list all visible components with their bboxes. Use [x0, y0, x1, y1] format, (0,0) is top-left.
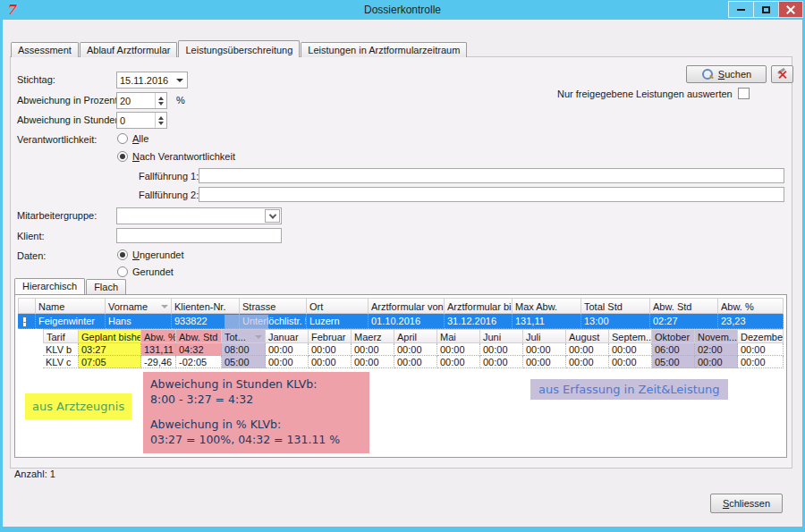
column-header-abw-prozent[interactable]: Abw. %	[718, 298, 784, 314]
column-header-juni[interactable]: Juni	[480, 329, 523, 343]
tree-indent	[18, 356, 43, 368]
radio-nach-verantwortlichkeit[interactable]: Nach Verantwortlichkeit	[117, 151, 235, 162]
cell-januar: 00:00	[266, 356, 309, 368]
column-header-arztformular-von[interactable]: Arztformular von	[369, 298, 445, 314]
cell-mai: 00:00	[437, 356, 480, 368]
cell-abw-prozent: 131,11	[141, 343, 176, 356]
collapse-icon[interactable]: -	[22, 317, 27, 327]
main-tabstrip: Assessment Ablauf Arztformular Leistungs…	[11, 42, 468, 57]
column-header-juli[interactable]: Juli	[523, 329, 566, 343]
maximize-button[interactable]	[753, 1, 778, 18]
cell-januar: 00:00	[266, 343, 309, 356]
cell-total: 05:00	[222, 356, 266, 368]
minimize-button[interactable]	[728, 1, 753, 18]
column-header-name[interactable]: Name	[36, 298, 106, 314]
radio-ungerundet[interactable]: Ungerundet	[117, 249, 184, 260]
title-bar: 7 Dossierkontrolle	[0, 0, 805, 20]
column-header-abw-prozent-inner[interactable]: Abw. %	[141, 329, 176, 343]
mitarbeitergruppe-combo[interactable]	[116, 207, 282, 224]
fallfuehrung2-input[interactable]	[199, 187, 784, 202]
cell-maerz: 00:00	[352, 356, 394, 368]
annotation-line: 03:27 = 100%, 04:32 = 131.11 %	[150, 433, 362, 448]
daten-label: Daten:	[17, 250, 46, 261]
cell-total: 08:00	[222, 343, 266, 356]
minimize-icon	[737, 9, 745, 11]
tab-hierarchisch[interactable]: Hierarchisch	[14, 278, 85, 294]
cell-september: 00:00	[609, 356, 652, 368]
column-header-november[interactable]: Novem...	[695, 329, 738, 343]
combo-dropdown-button[interactable]	[265, 209, 280, 223]
inner-header-row: Tarif Geplant bisher Abw. % Abw. Std Tot…	[18, 329, 784, 343]
annotation-aus-erfassung: aus Erfassung in Zeit&Leistung	[530, 379, 728, 400]
column-header-mai[interactable]: Mai	[437, 329, 480, 343]
tarif-row-klvb[interactable]: KLV b 03:27 131,11 04:32 08:00 00:00 00:…	[18, 343, 784, 356]
column-header-september[interactable]: Septem...	[609, 329, 652, 343]
radio-gerundet[interactable]: Gerundet	[117, 266, 174, 277]
column-header-max-abw[interactable]: Max Abw.	[513, 298, 581, 314]
stichtag-value: 15.11.2016	[117, 75, 176, 86]
stunden-spinner[interactable]: 0	[116, 112, 167, 129]
close-button[interactable]	[778, 1, 803, 18]
client-row-selected[interactable]: - Feigenwinter Hans 933822 Unterlöchlist…	[18, 314, 784, 329]
column-header-abw-std[interactable]: Abw. Std	[650, 298, 718, 314]
prozent-spinner[interactable]: 20	[116, 92, 167, 109]
radio-alle[interactable]: Alle	[117, 133, 148, 144]
mitarbeitergruppe-label: Mitarbeitergruppe:	[17, 210, 97, 221]
annotation-spacer	[150, 407, 362, 418]
cell-august: 00:00	[566, 343, 609, 356]
tab-assessment[interactable]: Assessment	[11, 42, 79, 57]
prozent-label: Abweichung in Prozent:	[17, 95, 121, 106]
column-header-geplant-bisher[interactable]: Geplant bisher	[79, 329, 141, 343]
klient-label: Klient:	[17, 231, 45, 241]
column-header-oktober[interactable]: Oktober	[652, 329, 695, 343]
cell-dezember: 00:00	[738, 356, 784, 368]
spinner-arrows[interactable]	[155, 93, 166, 108]
prozent-unit: %	[176, 95, 185, 106]
suchen-button[interactable]: Suchen	[686, 65, 767, 83]
column-header-abw-std-inner[interactable]: Abw. Std	[176, 329, 222, 343]
column-header-ort[interactable]: Ort	[307, 298, 369, 314]
tarif-row-klvc[interactable]: KLV c 07:05 -29,46 -02:05 05:00 00:00 00…	[18, 356, 784, 368]
tab-leistungen-arztformularzeitraum[interactable]: Leistungen in Arztformularzeitraum	[301, 42, 467, 57]
freigegebene-checkbox-row: Nur freigegebene Leistungen auswerten	[557, 88, 750, 99]
freigegebene-checkbox-label: Nur freigegebene Leistungen auswerten	[557, 89, 733, 99]
column-header-total[interactable]: Tot...	[222, 329, 266, 343]
prozent-value: 20	[117, 96, 155, 106]
column-header-total-std[interactable]: Total Std	[581, 298, 650, 314]
radio-icon	[117, 133, 128, 144]
column-header-vorname[interactable]: Vorname	[106, 298, 172, 314]
column-header-april[interactable]: April	[394, 329, 437, 343]
column-header-august[interactable]: August	[566, 329, 609, 343]
column-header-januar[interactable]: Januar	[266, 329, 309, 343]
column-header-arztformular-bis[interactable]: Arztformular bis	[445, 298, 513, 314]
freigegebene-checkbox[interactable]	[738, 88, 750, 99]
cell-abw-prozent: 23,23	[718, 314, 784, 329]
tree-indent	[18, 329, 43, 343]
cell-april: 00:00	[394, 343, 437, 356]
expander-column-header[interactable]	[18, 298, 36, 314]
chevron-down-icon	[268, 211, 275, 218]
annotation-line: Abweichung in Stunden KLVb:	[150, 377, 362, 393]
tab-flach[interactable]: Flach	[86, 279, 126, 294]
column-header-maerz[interactable]: Maerz	[352, 329, 394, 343]
stichtag-datepicker[interactable]: 15.11.2016	[116, 72, 188, 89]
spinner-arrows[interactable]	[155, 113, 166, 128]
cell-abw-std: -02:05	[176, 356, 222, 368]
cell-geplant-bisher: 03:27	[79, 343, 141, 356]
column-header-tarif[interactable]: Tarif	[43, 329, 79, 343]
column-header-klienten-nr[interactable]: Klienten-Nr.	[172, 298, 240, 314]
column-header-februar[interactable]: Februar	[309, 329, 352, 343]
column-header-dezember[interactable]: Dezember	[738, 329, 784, 343]
fallfuehrung1-input[interactable]	[199, 168, 784, 183]
column-header-strasse[interactable]: Strasse	[240, 298, 307, 314]
clear-search-button[interactable]	[771, 65, 793, 83]
cell-abw-prozent: -29,46	[141, 356, 176, 368]
cell-oktober: 05:00	[652, 356, 695, 368]
tab-leistungsueberschreitung[interactable]: Leistungsüberschreitung	[178, 40, 300, 57]
tab-ablauf-arztformular[interactable]: Ablauf Arztformular	[80, 42, 178, 57]
row-expander-cell[interactable]: -	[18, 314, 36, 329]
schliessen-button[interactable]: Schliessen	[710, 494, 783, 513]
cell-februar: 00:00	[309, 343, 352, 356]
cell-tarif: KLV c	[43, 356, 79, 368]
klient-input[interactable]	[116, 228, 282, 243]
